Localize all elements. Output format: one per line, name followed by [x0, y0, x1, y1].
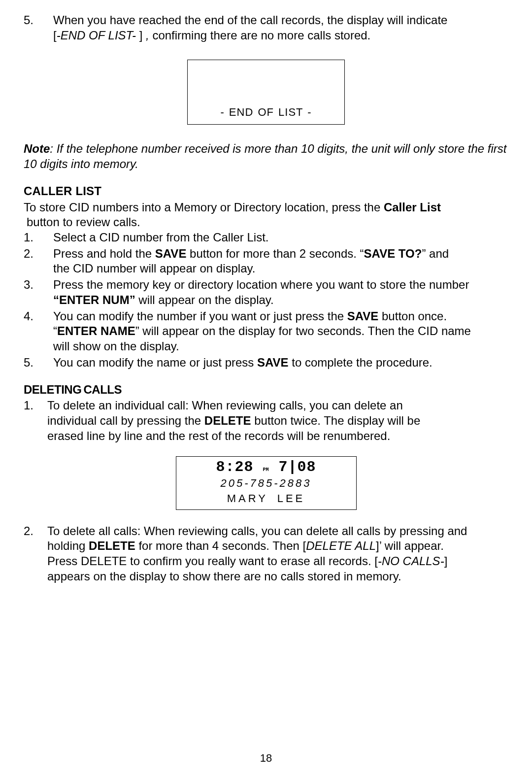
item-body: You can modify the name or just press SA…: [53, 355, 508, 371]
item-number: 3.: [24, 277, 53, 293]
text: button for more than 2 seconds. “: [186, 247, 364, 260]
text: [: [53, 29, 57, 42]
text: confirming there are no more calls store…: [149, 29, 371, 42]
note-paragraph: Note: If the telephone number received i…: [24, 141, 508, 171]
text: button to review calls.: [24, 215, 140, 229]
list-item: 3. Press the memory key or directory loc…: [24, 277, 508, 307]
deleting-steps: 1. To delete an individual call: When re…: [24, 398, 508, 443]
text: Press and hold the: [53, 247, 155, 260]
text: the CID number will appear on display.: [53, 262, 255, 275]
item-number: 1.: [24, 230, 53, 245]
callerlist-steps: 1. Select a CID number from the Caller L…: [24, 230, 508, 370]
item-body: Select a CID number from the Caller List…: [53, 230, 508, 245]
text-bold: DELETE: [89, 539, 135, 552]
list-item: 4. You can modify the number if you want…: [24, 309, 508, 354]
time-pm: PM: [263, 467, 269, 472]
item-number: 2.: [24, 246, 53, 262]
text: erased line by line and the rest of the …: [47, 429, 390, 442]
display-phone: 205-785-2883: [186, 476, 346, 490]
item-body: To delete an individual call: When revie…: [47, 398, 508, 443]
text-bold: SAVE TO?: [364, 247, 422, 260]
text-bold: DELETE: [204, 414, 251, 427]
item-body: To delete all calls: When reviewing call…: [47, 524, 508, 584]
text-italic: -END OF LIST-: [57, 29, 139, 42]
item-number: 4.: [24, 309, 53, 324]
text: ” and: [422, 247, 449, 260]
text: ]’ will appear.: [376, 539, 444, 552]
intro-list: 5. When you have reached the end of the …: [24, 13, 508, 43]
text-bold: SAVE: [257, 356, 289, 369]
item-body: Press the memory key or directory locati…: [53, 277, 508, 307]
text: ” will appear on the display for two sec…: [135, 324, 471, 337]
text: will appear on the display.: [135, 293, 274, 306]
phone-display-endoflist: - END OF LIST -: [187, 60, 345, 125]
text-italic: -NO CALLS-: [378, 554, 444, 568]
text: ]: [139, 29, 146, 42]
list-item: 5. You can modify the name or just press…: [24, 355, 508, 371]
text: button twice. The display will be: [251, 414, 421, 427]
text: To store CID numbers into a Memory or Di…: [24, 201, 384, 214]
list-item: 1. Select a CID number from the Caller L…: [24, 230, 508, 245]
display-name: MARY LEE: [186, 492, 346, 506]
text: When you have reached the end of the cal…: [53, 13, 447, 27]
text: holding: [47, 539, 89, 552]
text: button once.: [378, 309, 447, 323]
text-bold: SAVE: [347, 309, 379, 323]
item-body: You can modify the number if you want or…: [53, 309, 508, 354]
text: appears on the display to show there are…: [47, 570, 401, 583]
item-number: 5.: [24, 13, 53, 28]
callerlist-intro: To store CID numbers into a Memory or Di…: [24, 200, 508, 230]
text-bold: SAVE: [155, 247, 187, 260]
note-label: Note: [24, 142, 50, 155]
heading-callerlist: CALLER LIST: [24, 184, 508, 199]
note-text: : If the telephone number received is mo…: [24, 142, 507, 170]
text: To delete all calls: When reviewing call…: [47, 524, 467, 538]
display-date: 7|08: [279, 460, 316, 474]
text: ,: [146, 29, 149, 42]
text-bold: ENTER NAME: [57, 324, 135, 337]
deleting-steps-2: 2. To delete all calls: When reviewing c…: [24, 524, 508, 584]
text-bold: “ENTER NUM”: [53, 293, 135, 306]
display-text: - END OF LIST -: [220, 105, 311, 119]
text: To delete an individual call: When revie…: [47, 399, 403, 412]
item-body: When you have reached the end of the cal…: [53, 13, 508, 43]
heading-deleting: DELETING CALLS: [24, 382, 508, 398]
text: You can modify the name or just press: [53, 356, 257, 369]
text-italic: DELETE ALL: [306, 539, 376, 552]
item-number: 2.: [24, 524, 47, 539]
phone-display-caller: 8:28 PM 7|08 205-785-2883 MARY LEE: [176, 456, 357, 509]
list-item: 2. Press and hold the SAVE button for mo…: [24, 246, 508, 276]
text: to complete the procedure.: [289, 356, 432, 369]
text: individual call by pressing the: [47, 414, 204, 427]
list-item: 1. To delete an individual call: When re…: [24, 398, 508, 443]
list-item: 5. When you have reached the end of the …: [24, 13, 508, 43]
text: ]: [444, 554, 448, 568]
item-number: 5.: [24, 355, 53, 371]
page-18: 5. When you have reached the end of the …: [0, 0, 532, 776]
text: Press the memory key or directory locati…: [53, 278, 469, 291]
item-number: 1.: [24, 398, 47, 413]
text: Press DELETE to confirm you really want …: [47, 554, 378, 568]
text: “: [53, 324, 57, 337]
page-number: 18: [0, 751, 532, 765]
text: Select a CID number from the Caller List…: [53, 231, 269, 244]
item-body: Press and hold the SAVE button for more …: [53, 246, 508, 276]
display-time: 8:28 PM: [216, 460, 268, 474]
list-item: 2. To delete all calls: When reviewing c…: [24, 524, 508, 584]
text: will show on the display.: [53, 339, 179, 353]
time-value: 8:28: [216, 459, 253, 475]
display-time-row: 8:28 PM 7|08: [186, 460, 346, 474]
text: You can modify the number if you want or…: [53, 309, 347, 323]
text: for more than 4 seconds. Then [: [135, 539, 306, 552]
text-bold: Caller List: [384, 201, 441, 214]
